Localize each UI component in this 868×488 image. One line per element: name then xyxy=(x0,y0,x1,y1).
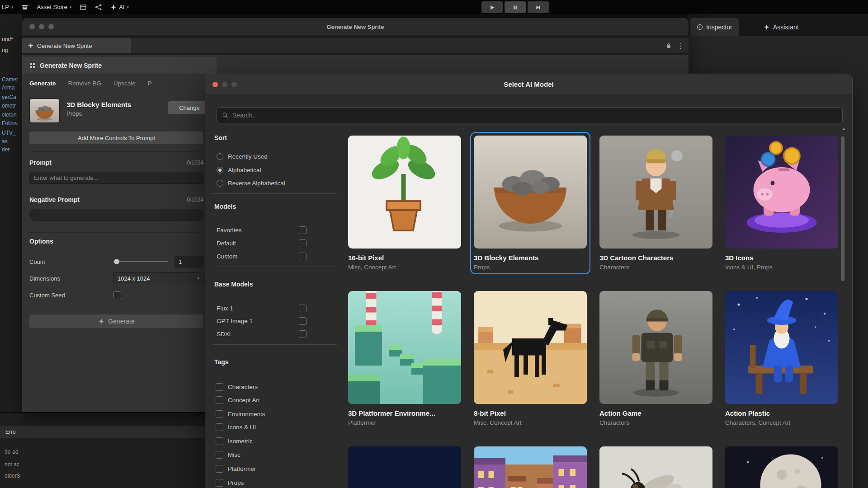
tag-checkbox[interactable] xyxy=(216,410,223,418)
console-line[interactable]: not ac xyxy=(5,461,19,468)
tag-isometric[interactable]: Isometric xyxy=(216,436,336,446)
tag-icons-ui[interactable]: Icons & UI xyxy=(216,422,336,432)
hierarchy-item[interactable]: ometr xyxy=(2,103,16,109)
radio-icon[interactable] xyxy=(217,153,223,160)
hierarchy-item[interactable]: Follow xyxy=(2,120,18,127)
graph-icon[interactable] xyxy=(95,4,102,11)
filter-custom[interactable]: Custom xyxy=(217,251,337,261)
filter-label: Flux 1 xyxy=(217,305,233,312)
tag-checkbox[interactable] xyxy=(216,451,223,459)
menu-ai[interactable]: AI ▾ xyxy=(110,4,129,10)
model-card[interactable]: Action Plastic Characters, Concept Art xyxy=(722,287,842,430)
tag-checkbox[interactable] xyxy=(216,396,223,404)
radio-icon[interactable] xyxy=(217,180,223,187)
menu-help[interactable]: LP ▾ xyxy=(2,4,13,10)
tag-platformer[interactable]: Platformer xyxy=(216,464,336,474)
hierarchy-item[interactable]: UTV_ xyxy=(2,130,16,136)
hierarchy-item[interactable]: Arma xyxy=(2,84,15,91)
base-models-heading: Base Models xyxy=(214,281,253,288)
negative-prompt-input[interactable] xyxy=(29,209,203,221)
tag-checkbox[interactable] xyxy=(216,423,223,431)
tab-inspector[interactable]: Inspector xyxy=(690,18,739,36)
console-line[interactable]: 9e-ad xyxy=(5,449,19,455)
model-card[interactable]: 3D Cartoon Characters Characters xyxy=(596,132,716,274)
model-card[interactable]: 3D Blocky Elements Props xyxy=(470,132,590,274)
hierarchy-item[interactable]: yerCa xyxy=(2,94,16,100)
model-card[interactable] xyxy=(722,443,842,488)
hierarchy-item[interactable]: as xyxy=(2,138,8,145)
count-slider[interactable] xyxy=(113,258,168,265)
pause-button[interactable] xyxy=(505,1,526,13)
tag-checkbox[interactable] xyxy=(216,383,223,391)
model-card[interactable] xyxy=(344,443,465,488)
model-card[interactable] xyxy=(470,443,590,488)
scroll-up-icon[interactable]: ▲ xyxy=(842,127,846,131)
filter-gpt-image-1[interactable]: GPT Image 1 xyxy=(217,316,337,326)
step-button[interactable] xyxy=(528,1,549,13)
gpt-image-1-checkbox[interactable] xyxy=(299,317,307,325)
sort-option-reverse-alphabetical[interactable]: Reverse Alphabetical xyxy=(217,178,337,188)
tag-misc[interactable]: Misc xyxy=(216,450,336,460)
sort-option-recently-used[interactable]: Recently Used xyxy=(217,151,337,161)
package-icon[interactable] xyxy=(21,4,28,11)
filter-favorites[interactable]: Favorites xyxy=(217,225,337,235)
filter-flux-1[interactable]: Flux 1 xyxy=(217,303,337,313)
dialog-titlebar[interactable]: Select AI Model xyxy=(205,74,852,94)
custom-checkbox[interactable] xyxy=(299,253,307,260)
menu-asset-store[interactable]: Asset Store ▾ xyxy=(37,4,71,10)
hierarchy-item[interactable]: eleton xyxy=(2,112,17,118)
tab-remove-bg[interactable]: Remove BG xyxy=(68,80,102,87)
window-icon[interactable] xyxy=(80,4,87,11)
radio-icon[interactable] xyxy=(217,167,223,174)
hierarchy-item[interactable]: und* xyxy=(2,36,13,42)
model-card[interactable]: 3D Platformer Environme... Platformer xyxy=(344,287,465,430)
tab-upscale[interactable]: Upscale xyxy=(113,80,136,87)
filter-sdxl[interactable]: SDXL xyxy=(217,329,337,339)
tag-props[interactable]: Props xyxy=(216,478,336,488)
slider-knob[interactable] xyxy=(114,259,119,264)
tag-characters[interactable]: Characters xyxy=(216,382,336,392)
tab-generate-new-sprite[interactable]: Generate New Sprite xyxy=(22,38,131,53)
generate-button[interactable]: Generate xyxy=(29,314,203,328)
hierarchy-item[interactable]: der xyxy=(2,146,9,153)
play-button[interactable] xyxy=(481,1,503,13)
count-row: Count 1 xyxy=(29,256,203,267)
tag-environments[interactable]: Environments xyxy=(216,409,336,419)
kebab-menu-icon[interactable]: ⋮ xyxy=(677,42,684,49)
caret-down-icon: ▾ xyxy=(197,276,199,281)
sdxl-checkbox[interactable] xyxy=(299,330,307,338)
prompt-input[interactable] xyxy=(29,172,203,184)
model-card[interactable]: 3D Icons Icons & UI, Props xyxy=(722,132,842,274)
favorites-checkbox[interactable] xyxy=(299,226,307,234)
lock-icon[interactable] xyxy=(665,42,672,49)
custom-seed-checkbox[interactable] xyxy=(113,291,121,299)
filter-default[interactable]: Default xyxy=(217,238,337,248)
sort-option-alphabetical[interactable]: Alphabetical xyxy=(217,165,337,175)
model-card[interactable] xyxy=(596,443,716,488)
flux1-checkbox[interactable] xyxy=(299,305,307,312)
console-row[interactable]: Erro xyxy=(0,426,205,438)
tag-concept-art[interactable]: Concept Art xyxy=(216,395,336,405)
console-line[interactable]: olderS xyxy=(5,473,20,479)
model-card[interactable]: Action Game Characters xyxy=(596,287,716,430)
hierarchy-item[interactable]: ng xyxy=(2,47,8,53)
tab-p-truncated[interactable]: P xyxy=(148,80,152,87)
tag-checkbox[interactable] xyxy=(216,479,223,487)
tag-checkbox[interactable] xyxy=(216,437,223,445)
model-card[interactable]: 8-bit Pixel Misc, Concept Art xyxy=(470,287,590,430)
modal-scrollbar-thumb[interactable] xyxy=(841,136,844,281)
model-thumb xyxy=(348,446,461,488)
tab-generate[interactable]: Generate xyxy=(29,80,56,87)
tag-checkbox[interactable] xyxy=(216,465,223,473)
model-card[interactable]: 16-bit Pixel Misc, Concept Art xyxy=(344,132,465,274)
window-titlebar[interactable]: Generate New Sprite xyxy=(22,18,689,35)
count-value-field[interactable]: 1 xyxy=(175,256,203,267)
model-search[interactable] xyxy=(217,107,843,123)
dimensions-dropdown[interactable]: 1024 x 1024 ▾ xyxy=(113,272,203,284)
tab-assistant[interactable]: Assistant xyxy=(757,18,805,36)
default-checkbox[interactable] xyxy=(299,239,307,247)
add-controls-button[interactable]: Add More Controls To Prompt xyxy=(29,131,203,144)
wizard-bench-art xyxy=(725,291,838,404)
model-search-input[interactable] xyxy=(232,112,837,119)
hierarchy-item[interactable]: Camer xyxy=(2,76,18,83)
